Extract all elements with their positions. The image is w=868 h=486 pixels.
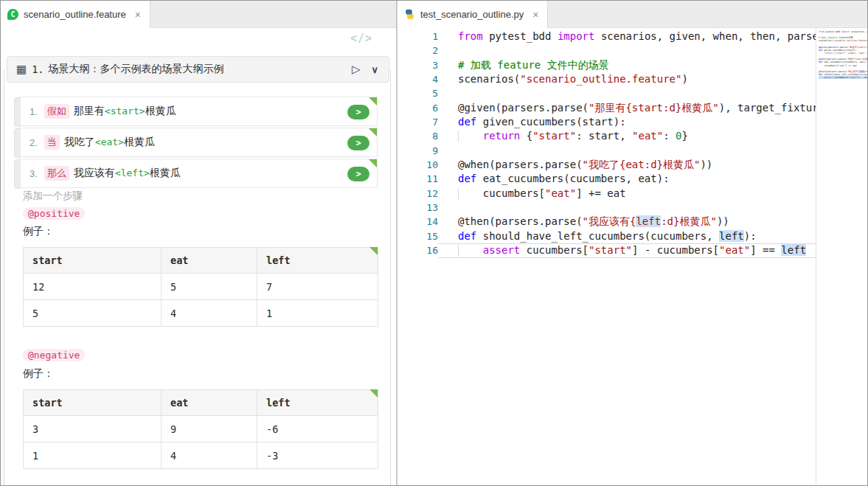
close-icon[interactable]: ×: [531, 10, 540, 20]
corner-marker: [369, 389, 378, 398]
corner-marker: [369, 247, 378, 255]
scenario-outline-icon: ▦: [16, 63, 27, 76]
examples-table: starteatleft1257541: [23, 247, 378, 327]
table-header-cell[interactable]: eat: [162, 248, 257, 274]
line-number[interactable]: 7: [397, 115, 438, 129]
line-number[interactable]: 5: [397, 86, 438, 100]
code-area[interactable]: 1from pytest_bdd import scenarios, given…: [397, 28, 816, 485]
line-number[interactable]: 10: [397, 158, 438, 172]
line-number[interactable]: 1: [397, 29, 438, 44]
line-number[interactable]: 13: [397, 201, 438, 215]
run-scenario-button[interactable]: ▷: [352, 63, 361, 76]
corner-marker: [369, 128, 377, 136]
close-icon[interactable]: ×: [133, 10, 142, 20]
code-line[interactable]: 2: [397, 44, 816, 58]
table-cell[interactable]: 4: [162, 442, 257, 469]
code-line[interactable]: 12 cucumbers["eat"] += eat: [397, 187, 816, 201]
step-param: <eat>: [95, 136, 124, 147]
line-number[interactable]: 4: [397, 72, 438, 86]
minimap-line: scenarios("scenario_outline.feature"): [819, 39, 868, 42]
tab-scenario-outline-feature[interactable]: C scenario_outline.feature ×: [1, 1, 150, 28]
code-line[interactable]: 4scenarios("scenario_outline.feature"): [397, 72, 816, 86]
minimap[interactable]: from pytest_bdd import scenarios, given,…: [816, 28, 868, 485]
line-number[interactable]: 8: [397, 129, 438, 143]
collapse-chevron-icon[interactable]: ∨: [371, 64, 378, 75]
line-number[interactable]: 12: [397, 187, 438, 201]
python-icon: [404, 9, 415, 20]
line-number[interactable]: 3: [397, 58, 438, 72]
tab-title: scenario_outline.feature: [24, 9, 126, 20]
add-step-button[interactable]: 添加一个步骤: [23, 190, 83, 203]
code-line[interactable]: 1from pytest_bdd import scenarios, given…: [397, 29, 816, 44]
code-line[interactable]: 8 return {"start": start, "eat": 0}: [397, 129, 816, 143]
tab-title: test_scenario_outline.py: [420, 9, 524, 20]
table-cell[interactable]: 1: [257, 300, 378, 327]
table-header-cell[interactable]: left: [257, 390, 378, 416]
code-line[interactable]: 7def given_cucumbers(start):: [397, 115, 816, 129]
feature-preview-pane: </> ▦ 1. 场景大纲：多个示例表的场景大纲示例 ▷ ∨ 1.假如那里有<s…: [1, 28, 396, 485]
line-number[interactable]: 15: [397, 229, 438, 243]
scenario-header[interactable]: ▦ 1. 场景大纲：多个示例表的场景大纲示例 ▷ ∨: [7, 56, 389, 83]
scenario-body-left-edge: [4, 69, 4, 485]
line-number[interactable]: 14: [397, 215, 438, 229]
code-line[interactable]: 14@then(parsers.parse("我应该有{left:d}根黄瓜")…: [397, 215, 816, 229]
table-header-cell[interactable]: start: [24, 248, 162, 274]
step-row[interactable]: 1.假如那里有<start>根黄瓜>: [20, 97, 378, 126]
open-as-code-button[interactable]: </>: [346, 30, 377, 46]
examples-table: starteatleft39-614-3: [23, 389, 378, 469]
table-row: 14-3: [24, 442, 378, 469]
table-cell[interactable]: 12: [24, 274, 162, 300]
left-tab-bar: C scenario_outline.feature ×: [1, 1, 396, 28]
table-header-cell[interactable]: eat: [162, 390, 257, 416]
table-header-cell[interactable]: start: [24, 390, 162, 416]
code-line[interactable]: 3# 加载 feature 文件中的场景: [397, 58, 816, 72]
table-header-cell[interactable]: left: [257, 248, 378, 274]
code-line[interactable]: 13: [397, 201, 816, 215]
line-number[interactable]: 6: [397, 101, 438, 115]
table-header-row: starteatleft: [24, 248, 378, 274]
table-cell[interactable]: 1: [24, 442, 162, 469]
table-cell[interactable]: 3: [24, 416, 162, 442]
code-line[interactable]: 5: [397, 86, 816, 100]
step-row[interactable]: 3.那么我应该有<left>根黄瓜>: [20, 159, 378, 188]
tab-test-scenario-outline-py[interactable]: test_scenario_outline.py ×: [397, 1, 548, 28]
step-param: <left>: [115, 167, 150, 178]
code-line[interactable]: 6@given(parsers.parse("那里有{start:d}根黄瓜")…: [397, 101, 816, 115]
drag-handle[interactable]: [14, 128, 21, 158]
run-step-button[interactable]: >: [347, 167, 369, 181]
tag-badge: @negative: [23, 349, 85, 361]
code-line[interactable]: 11def eat_cucumbers(cucumbers, eat):: [397, 172, 816, 186]
run-step-button[interactable]: >: [347, 105, 369, 119]
drag-handle[interactable]: [14, 159, 21, 189]
minimap-line: return {"start": start, "eat": 0}: [819, 52, 868, 55]
table-cell[interactable]: -3: [257, 442, 378, 469]
step-row[interactable]: 2.当我吃了<eat>根黄瓜>: [20, 128, 378, 157]
code-line[interactable]: 15def should_have_left_cucumbers(cucumbe…: [397, 229, 816, 243]
step-keyword-badge: 假如: [44, 104, 69, 119]
table-cell[interactable]: 7: [257, 274, 378, 300]
code-line[interactable]: 16 assert cucumbers["start"] - cucumbers…: [397, 243, 816, 257]
corner-marker: [369, 97, 377, 105]
examples-label: 例子：: [23, 367, 54, 381]
line-number[interactable]: 2: [397, 44, 438, 58]
corner-marker: [369, 159, 377, 167]
drag-handle[interactable]: [14, 97, 21, 127]
code-editor-pane[interactable]: 1from pytest_bdd import scenarios, given…: [397, 28, 867, 485]
tag-badge: @positive: [23, 207, 85, 220]
step-keyword-badge: 当: [44, 135, 60, 150]
table-cell[interactable]: 5: [162, 274, 257, 300]
line-number[interactable]: 9: [397, 144, 438, 158]
line-number[interactable]: 11: [397, 172, 438, 186]
line-number[interactable]: 16: [397, 243, 438, 257]
run-step-button[interactable]: >: [347, 136, 369, 150]
table-cell[interactable]: 5: [24, 300, 162, 327]
code-line[interactable]: 10@when(parsers.parse("我吃了{eat:d}根黄瓜")): [397, 158, 816, 172]
table-cell[interactable]: 4: [162, 300, 257, 327]
code-line[interactable]: 9: [397, 144, 816, 158]
minimap-line: from pytest_bdd import scenarios, given,…: [819, 30, 868, 33]
scenario-title: 场景大纲：多个示例表的场景大纲示例: [48, 63, 223, 76]
code-icon: </>: [350, 32, 372, 45]
cucumber-icon: C: [7, 9, 18, 20]
table-cell[interactable]: -6: [257, 416, 378, 442]
table-cell[interactable]: 9: [162, 416, 257, 442]
